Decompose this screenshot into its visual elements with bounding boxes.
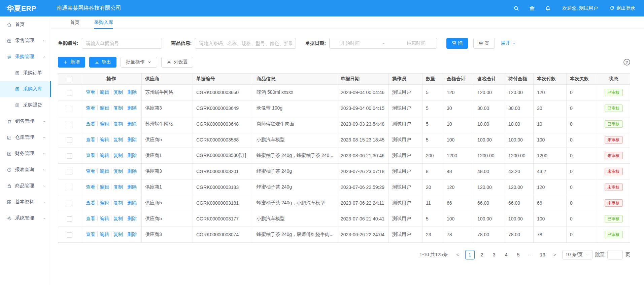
edit-link[interactable]: 编辑 [97, 168, 111, 174]
sidebar-item-retail[interactable]: 零售管理 [0, 33, 51, 49]
table-row: 查看编辑复制删除供应商1CGRK00000003183蜂蜜柚子茶 240g202… [58, 179, 630, 195]
cell-debt: 0 [567, 100, 597, 116]
row-checkbox[interactable] [67, 201, 72, 206]
view-link[interactable]: 查看 [84, 232, 97, 237]
view-link[interactable]: 查看 [84, 168, 97, 174]
product-info-input[interactable] [195, 38, 296, 49]
view-link[interactable]: 查看 [84, 184, 97, 190]
delete-link[interactable]: 删除 [125, 216, 139, 221]
copy-link[interactable]: 复制 [111, 216, 125, 221]
sidebar-item-product[interactable]: 商品管理 [0, 178, 51, 194]
copy-link[interactable]: 复制 [111, 168, 125, 174]
copy-link[interactable]: 复制 [111, 89, 125, 95]
sidebar-item-purchase-order[interactable]: 采购订单 [0, 65, 51, 81]
column-settings-button[interactable]: 列设置 [161, 57, 193, 68]
tab-purchase-inbound[interactable]: 采购入库 [94, 16, 113, 29]
page-button-2[interactable]: 2 [477, 250, 487, 259]
page-button-3[interactable]: 3 [489, 250, 499, 259]
row-checkbox[interactable] [67, 169, 72, 174]
view-link[interactable]: 查看 [84, 121, 97, 126]
copy-link[interactable]: 复制 [111, 121, 125, 126]
sidebar-item-warehouse[interactable]: 仓库管理 [0, 129, 51, 146]
logout-button[interactable]: 退出登录 [609, 5, 635, 11]
cell-product: 蜂蜜柚子茶 240g [253, 179, 337, 195]
sidebar-item-report[interactable]: 报表查询 [0, 162, 51, 178]
cell-product: 蜂蜜柚子茶 240g，康师傅红烧牛肉... [253, 227, 337, 243]
delete-link[interactable]: 删除 [125, 232, 139, 237]
edit-link[interactable]: 编辑 [97, 105, 111, 111]
sidebar-item-system[interactable]: 系统管理 [0, 210, 51, 226]
delete-link[interactable]: 删除 [125, 200, 139, 205]
page-button-5[interactable]: 5 [514, 250, 523, 259]
row-checkbox[interactable] [67, 185, 72, 190]
edit-link[interactable]: 编辑 [97, 153, 111, 158]
sidebar-item-purchase[interactable]: 采购管理 [0, 49, 51, 65]
delete-link[interactable]: 删除 [125, 105, 139, 111]
row-checkbox[interactable] [67, 122, 72, 127]
row-checkbox[interactable] [67, 232, 72, 238]
sidebar-item-basic[interactable]: 基本资料 [0, 194, 51, 210]
search-button[interactable]: 查 询 [446, 38, 468, 49]
view-link[interactable]: 查看 [84, 137, 97, 142]
add-button[interactable]: 新增 [58, 57, 85, 68]
sidebar-item-home[interactable]: 首页 [0, 16, 51, 33]
copy-link[interactable]: 复制 [111, 200, 125, 205]
sidebar-item-purchase-inbound[interactable]: 采购入库 [0, 81, 51, 97]
view-link[interactable]: 查看 [84, 89, 97, 95]
delete-link[interactable]: 删除 [125, 137, 139, 142]
page-button-4[interactable]: 4 [502, 250, 511, 259]
edit-link[interactable]: 编辑 [97, 121, 111, 126]
bill-no-input[interactable] [82, 38, 162, 49]
cell-due: 78.00 [505, 227, 534, 243]
delete-link[interactable]: 删除 [125, 184, 139, 190]
edit-link[interactable]: 编辑 [97, 232, 111, 237]
cell-operator: 测试用户 [389, 195, 422, 211]
row-checkbox[interactable] [67, 216, 72, 222]
edit-link[interactable]: 编辑 [97, 137, 111, 142]
edit-link[interactable]: 编辑 [97, 184, 111, 190]
export-button[interactable]: 导出 [89, 57, 116, 68]
jump-page-input[interactable] [607, 250, 623, 259]
edit-link[interactable]: 编辑 [97, 89, 111, 95]
help-icon[interactable]: ? [623, 59, 630, 66]
row-select-cell [58, 85, 81, 100]
row-checkbox[interactable] [67, 90, 72, 95]
copy-link[interactable]: 复制 [111, 105, 125, 111]
delete-link[interactable]: 删除 [125, 89, 139, 95]
view-link[interactable]: 查看 [84, 216, 97, 221]
expand-link[interactable]: 展开 [501, 40, 516, 46]
tab-home[interactable]: 首页 [70, 16, 79, 29]
row-checkbox[interactable] [67, 137, 72, 143]
search-icon[interactable] [513, 5, 519, 11]
page-button-13[interactable]: 13 [538, 250, 547, 259]
sidebar-item-sales[interactable]: 销售管理 [0, 113, 51, 129]
sidebar-item-purchase-return[interactable]: 采购退货 [0, 97, 51, 113]
row-checkbox[interactable] [67, 106, 72, 111]
page-ellipsis[interactable]: ··· [526, 250, 535, 259]
view-link[interactable]: 查看 [84, 200, 97, 205]
edit-link[interactable]: 编辑 [97, 200, 111, 205]
page-size-select[interactable]: 10 条/页 [562, 250, 592, 259]
view-link[interactable]: 查看 [84, 153, 97, 158]
delete-link[interactable]: 删除 [125, 121, 139, 126]
copy-link[interactable]: 复制 [111, 184, 125, 190]
bell-icon[interactable] [545, 5, 551, 11]
select-all-checkbox[interactable] [67, 77, 72, 82]
copy-link[interactable]: 复制 [111, 137, 125, 142]
sidebar-item-finance[interactable]: 财务管理 [0, 146, 51, 162]
prev-page-button[interactable]: < [453, 250, 463, 259]
view-link[interactable]: 查看 [84, 105, 97, 111]
row-select-cell [58, 148, 81, 164]
batch-actions-button[interactable]: 批量操作 [121, 57, 157, 68]
edit-link[interactable]: 编辑 [97, 216, 111, 221]
bank-icon[interactable] [529, 5, 535, 11]
delete-link[interactable]: 删除 [125, 153, 139, 158]
copy-link[interactable]: 复制 [111, 153, 125, 158]
row-checkbox[interactable] [67, 153, 72, 159]
date-range-picker[interactable]: 开始时间 ~ 结束时间 [329, 38, 437, 49]
reset-button[interactable]: 重 置 [473, 38, 495, 49]
page-button-1[interactable]: 1 [465, 250, 475, 259]
next-page-button[interactable]: > [550, 250, 560, 259]
delete-link[interactable]: 删除 [125, 168, 139, 174]
copy-link[interactable]: 复制 [111, 232, 125, 237]
